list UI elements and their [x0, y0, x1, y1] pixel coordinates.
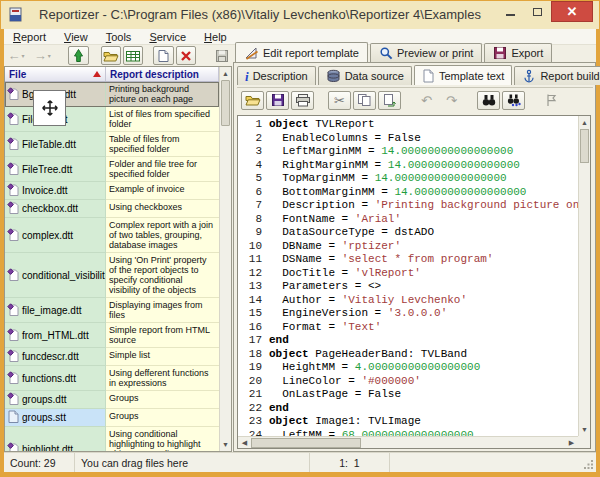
file-description-cell[interactable]: Groups — [106, 409, 219, 427]
tab-export[interactable]: Export — [484, 43, 552, 62]
cut-button[interactable]: ✂ — [328, 91, 351, 110]
table-row[interactable]: highlight.dttUsing conditional highlight… — [5, 427, 219, 451]
table-row[interactable]: from_HTML.dttSimple report from HTML sou… — [5, 323, 219, 348]
scrollbar-thumb[interactable] — [251, 438, 361, 448]
code-lines[interactable]: 1object TVLReport2 EnableColumns = False… — [238, 116, 578, 436]
file-description-cell[interactable]: Complex report with a join of two tables… — [106, 218, 219, 253]
file-description-cell[interactable]: Using checkboxes — [106, 200, 219, 218]
file-name-cell[interactable]: complex.dtt — [5, 218, 106, 253]
file-description-cell[interactable]: Simple report from HTML source — [106, 323, 219, 348]
column-header-description[interactable]: Report description — [106, 67, 219, 81]
maximize-button[interactable] — [524, 1, 551, 22]
minimize-button[interactable] — [497, 1, 524, 22]
file-name-cell[interactable]: funcdescr.dtt — [5, 348, 106, 366]
file-description-cell[interactable]: Using defferent functions in expressions — [106, 366, 219, 391]
editor-horizontal-scrollbar[interactable]: ◀ ▶ — [238, 436, 578, 448]
file-name-cell[interactable]: checkbox.dtt — [5, 200, 106, 218]
file-name-cell[interactable]: FileTable.dtt — [5, 132, 106, 157]
file-name-cell[interactable]: groups.stt — [5, 409, 106, 427]
reload-from-file-button[interactable] — [378, 91, 401, 110]
table-row[interactable]: groups.sttGroups — [5, 409, 219, 427]
file-description-cell[interactable]: Groups — [106, 391, 219, 409]
scroll-down-icon[interactable]: ▼ — [220, 438, 231, 451]
file-name-cell[interactable]: file_image.dtt — [5, 298, 106, 323]
up-one-level-button[interactable] — [68, 46, 88, 65]
save-file-button[interactable] — [212, 46, 232, 65]
find-next-button[interactable] — [502, 91, 525, 110]
redo-button[interactable]: ↷ — [440, 91, 463, 110]
open-folder-button[interactable] — [101, 46, 121, 65]
scroll-down-icon[interactable]: ▼ — [579, 423, 590, 436]
tab-edit-report-template[interactable]: Edit report template — [235, 42, 368, 62]
scrollbar-track[interactable] — [361, 437, 565, 448]
table-row[interactable]: conditional_visibilit...Using 'On Print'… — [5, 253, 219, 298]
open-template-button[interactable] — [241, 91, 264, 110]
file-name-cell[interactable]: groups.dtt — [5, 391, 106, 409]
table-row[interactable]: complex.dttComplex report with a join of… — [5, 218, 219, 253]
table-row[interactable]: file_image.dttDisplaying images from fil… — [5, 298, 219, 323]
copy-button[interactable] — [353, 91, 376, 110]
view-table-button[interactable] — [123, 46, 143, 65]
file-description-cell[interactable]: Table of files from specified folder — [106, 132, 219, 157]
back-button[interactable]: ←▾ — [6, 46, 26, 65]
print-template-button[interactable] — [291, 91, 314, 110]
line-number: 12 — [238, 267, 262, 281]
tab-template-text[interactable]: Template text — [414, 65, 512, 85]
table-row[interactable]: FileTree.dttFolder and file tree for spe… — [5, 157, 219, 182]
scroll-left-icon[interactable]: ◀ — [238, 437, 251, 449]
scroll-right-icon[interactable]: ▶ — [565, 437, 578, 449]
menu-item-help[interactable]: Help — [195, 30, 236, 44]
file-description-cell[interactable]: Folder and file tree for specified folde… — [106, 157, 219, 182]
file-name: checkbox.dtt — [22, 203, 78, 214]
file-description-cell[interactable]: Example of invoice — [106, 182, 219, 200]
file-name-cell[interactable]: from_HTML.dtt — [5, 323, 106, 348]
tab-report-builder[interactable]: Report builder — [514, 66, 600, 85]
file-description-cell[interactable]: Using conditional highlighting to highli… — [106, 427, 219, 451]
file-name-cell[interactable]: conditional_visibilit... — [5, 253, 106, 298]
tab-data-source[interactable]: Data source — [318, 66, 412, 85]
file-list-scrollbar[interactable]: ▲ ▼ — [219, 67, 231, 451]
tab-preview-or-print[interactable]: Preview or print — [370, 43, 482, 62]
scrollbar-thumb[interactable] — [221, 80, 230, 126]
forward-button[interactable]: →▾ — [32, 46, 52, 65]
file-description-cell[interactable]: Using 'On Print' property of the report … — [106, 253, 219, 298]
file-name-cell[interactable]: Invoice.dtt — [5, 182, 106, 200]
scroll-up-icon[interactable]: ▲ — [579, 116, 590, 129]
editor-toolbar: ✂↶↷ — [237, 87, 593, 111]
bookmark-button[interactable] — [539, 91, 562, 110]
tab-description[interactable]: iDescription — [237, 66, 316, 85]
column-header-file[interactable]: File — [5, 67, 106, 81]
dropdown-arrow-icon[interactable]: ▾ — [22, 52, 25, 59]
table-row[interactable]: functions.dttUsing defferent functions i… — [5, 366, 219, 391]
new-file-button[interactable] — [153, 46, 173, 65]
template-text-editor[interactable]: 1object TVLReport2 EnableColumns = False… — [237, 115, 591, 449]
find-button[interactable] — [477, 91, 500, 110]
table-row[interactable]: FileTable.dttTable of files from specifi… — [5, 132, 219, 157]
scroll-up-icon[interactable]: ▲ — [220, 67, 231, 80]
menu-item-report[interactable]: Report — [4, 30, 55, 44]
save-template-button[interactable] — [266, 91, 289, 110]
menu-item-tools[interactable]: Tools — [97, 30, 141, 44]
undo-button[interactable]: ↶ — [415, 91, 438, 110]
line-number: 10 — [238, 240, 262, 254]
editor-vertical-scrollbar[interactable]: ▲ ▼ — [578, 116, 590, 436]
close-button[interactable]: ✕ — [551, 1, 593, 22]
file-description-cell[interactable]: Displaying images from files — [106, 298, 219, 323]
file-name-cell[interactable]: FileTree.dtt — [5, 157, 106, 182]
menu-item-service[interactable]: Service — [140, 30, 195, 44]
scrollbar-thumb[interactable] — [580, 129, 589, 163]
titlebar[interactable]: Reportizer - C:\Program Files (x86)\Vita… — [1, 1, 599, 29]
file-description-cell[interactable]: List of files from specified folder — [106, 107, 219, 132]
file-description-cell[interactable]: Simple list — [106, 348, 219, 366]
resize-grip[interactable] — [583, 459, 594, 470]
file-name-cell[interactable]: highlight.dtt — [5, 427, 106, 451]
menu-item-view[interactable]: View — [55, 30, 97, 44]
table-row[interactable]: funcdescr.dttSimple list — [5, 348, 219, 366]
table-row[interactable]: groups.dttGroups — [5, 391, 219, 409]
table-row[interactable]: checkbox.dttUsing checkboxes — [5, 200, 219, 218]
table-row[interactable]: Invoice.dttExample of invoice — [5, 182, 219, 200]
delete-file-button[interactable] — [176, 46, 196, 65]
file-name-cell[interactable]: functions.dtt — [5, 366, 106, 391]
file-description-cell[interactable]: Printing background picture on each page — [106, 82, 219, 107]
dropdown-arrow-icon[interactable]: ▾ — [48, 52, 51, 59]
